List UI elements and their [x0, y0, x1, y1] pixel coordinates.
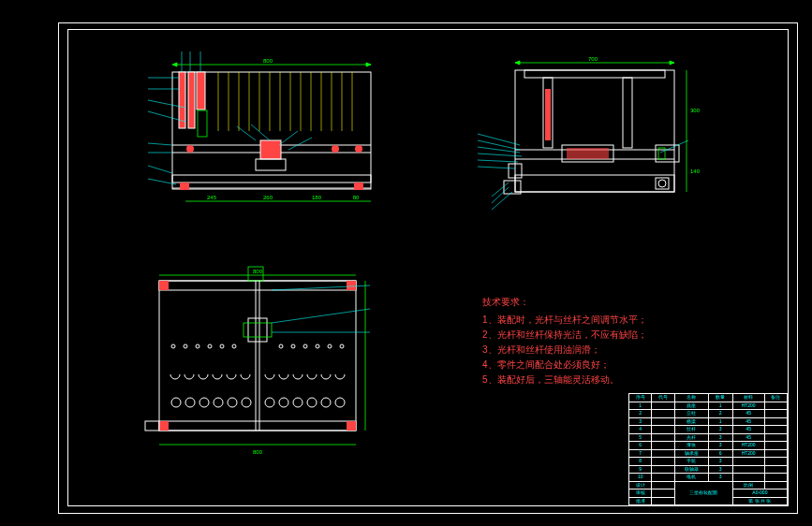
svg-point-106	[199, 398, 209, 407]
svg-line-69	[478, 140, 520, 150]
svg-rect-16	[188, 72, 195, 128]
svg-point-100	[303, 344, 307, 348]
svg-line-40	[148, 166, 172, 173]
svg-line-31	[251, 124, 270, 140]
svg-point-23	[186, 145, 194, 153]
note-2: 2、光杆和丝杆保持光洁，不应有缺陷；	[482, 328, 647, 343]
svg-rect-18	[198, 110, 207, 137]
note-1: 1、装配时，光杆与丝杆之间调节水平；	[482, 313, 647, 328]
svg-point-92	[171, 344, 175, 348]
svg-point-97	[232, 344, 236, 348]
dim-bl-bot: 800	[253, 449, 263, 455]
svg-point-99	[291, 344, 295, 348]
technical-requirements: 技术要求： 1、装配时，光杆与丝杆之间调节水平； 2、光杆和丝杆保持光洁，不应有…	[482, 295, 647, 387]
svg-point-102	[328, 344, 332, 348]
note-4: 4、零件之间配合处必须良好；	[482, 358, 647, 373]
svg-point-112	[293, 398, 303, 407]
svg-rect-90	[248, 318, 267, 342]
svg-point-25	[355, 145, 362, 153]
svg-line-70	[478, 147, 520, 153]
svg-point-24	[332, 145, 339, 153]
top-view: 800 800	[140, 262, 384, 459]
svg-point-109	[242, 398, 251, 407]
svg-point-104	[171, 398, 181, 407]
svg-marker-79	[515, 61, 520, 65]
svg-point-105	[185, 398, 195, 407]
svg-rect-22	[256, 159, 286, 170]
svg-point-110	[265, 398, 274, 407]
notes-title: 技术要求：	[482, 295, 647, 310]
svg-marker-80	[670, 61, 674, 65]
svg-rect-119	[145, 421, 159, 431]
bom-table: 序号代号名称数量材料备注 1底座1HT200 2立柱245 3横梁145 4丝杆…	[628, 393, 788, 505]
dim-tl-b2: 260	[263, 195, 273, 200]
svg-rect-21	[260, 140, 281, 159]
svg-rect-117	[159, 421, 169, 431]
svg-marker-46	[172, 63, 177, 66]
svg-rect-56	[545, 89, 551, 140]
side-view: 700 300 140	[473, 51, 702, 220]
svg-rect-15	[179, 72, 185, 128]
svg-point-96	[220, 344, 224, 348]
dim-tr-top: 700	[588, 56, 598, 62]
svg-line-32	[279, 131, 298, 145]
svg-line-72	[478, 160, 518, 162]
svg-line-73	[478, 167, 515, 168]
svg-line-38	[148, 143, 172, 145]
svg-point-114	[321, 398, 331, 407]
svg-point-115	[335, 398, 345, 407]
dim-tr-h2: 140	[690, 168, 701, 174]
svg-marker-47	[366, 63, 371, 66]
svg-rect-52	[515, 70, 674, 192]
svg-line-33	[288, 138, 312, 150]
cad-canvas: 800 245 260 180 80 1 2 3 4 5 6 7 8	[0, 0, 812, 526]
dim-tl-top: 800	[263, 58, 273, 64]
svg-line-30	[237, 126, 256, 140]
svg-point-94	[196, 344, 199, 348]
svg-point-65	[658, 180, 666, 187]
svg-rect-28	[180, 183, 189, 190]
svg-point-108	[228, 398, 237, 407]
svg-rect-60	[567, 148, 609, 159]
svg-rect-83	[159, 281, 356, 431]
svg-point-107	[214, 398, 223, 407]
svg-rect-116	[159, 421, 356, 431]
note-3: 3、光杆和丝杆使用油润滑；	[482, 343, 647, 358]
svg-rect-55	[623, 78, 632, 148]
dim-tr-h1: 300	[690, 108, 701, 113]
svg-point-98	[279, 344, 283, 348]
svg-rect-53	[524, 70, 665, 78]
dim-bl-top: 800	[253, 269, 263, 274]
dim-tl-b1: 245	[207, 195, 217, 200]
svg-line-121	[272, 309, 370, 323]
note-5: 5、装配好后，三轴能灵活移动。	[482, 373, 647, 387]
svg-point-111	[279, 398, 288, 407]
svg-point-95	[208, 344, 212, 348]
svg-point-101	[316, 344, 319, 348]
svg-rect-118	[347, 421, 356, 431]
svg-point-93	[184, 344, 187, 348]
dim-tl-b4: 80	[353, 195, 360, 200]
svg-rect-63	[515, 175, 674, 192]
front-view: 800 245 260 180 80 1 2 3 4 5 6 7 8	[148, 51, 401, 215]
svg-rect-17	[197, 72, 205, 110]
svg-point-113	[307, 398, 317, 407]
dim-tl-b3: 180	[312, 195, 322, 200]
svg-rect-29	[354, 183, 363, 190]
svg-rect-84	[159, 281, 356, 290]
svg-point-103	[340, 344, 344, 348]
svg-line-76	[492, 192, 512, 210]
svg-rect-86	[347, 281, 356, 290]
svg-line-68	[478, 134, 520, 145]
svg-rect-85	[159, 281, 169, 290]
svg-rect-26	[172, 175, 371, 183]
drawing-title: 三坐标装配图	[674, 481, 732, 505]
title-block: 序号代号名称数量材料备注 1底座1HT200 2立柱245 3横梁145 4丝杆…	[628, 393, 788, 505]
